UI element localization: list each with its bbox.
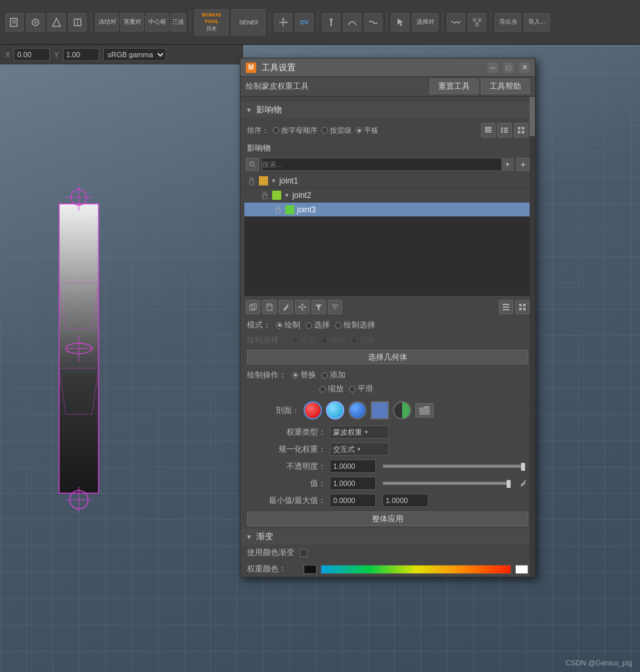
profile-folder-btn[interactable] (415, 403, 434, 418)
profile-soft-btn[interactable] (326, 401, 344, 420)
freeze-btn2[interactable]: 茎重对 (120, 13, 144, 32)
tool-btn-4[interactable] (68, 13, 87, 32)
svg-rect-50 (263, 195, 267, 199)
import-btn[interactable]: 导入... (524, 13, 550, 32)
min-input[interactable]: 0.0000 (330, 494, 376, 507)
tool-help-btn[interactable]: 工具帮助 (481, 79, 530, 94)
select-geo-btn[interactable]: 选择几何体 (247, 350, 528, 364)
freeze-btn[interactable]: 冻结对 (95, 13, 119, 32)
scrollbar-thumb[interactable] (530, 97, 535, 136)
color-gradient-bar[interactable] (321, 565, 511, 574)
value-pencil-icon[interactable] (518, 478, 528, 489)
sep5 (386, 12, 387, 33)
new-scene-btn[interactable] (5, 13, 24, 32)
paint-brush-btn[interactable] (279, 300, 293, 314)
three-btn[interactable]: 三连 (170, 13, 186, 32)
search-dropdown-btn[interactable]: ▾ (501, 158, 513, 170)
color-white-swatch[interactable] (515, 565, 528, 574)
select-tool-btn[interactable] (391, 13, 409, 32)
opacity-slider[interactable] (382, 464, 526, 468)
select-label-btn[interactable]: 选择对 (412, 13, 438, 32)
close-btn[interactable]: ✕ (519, 62, 530, 73)
tool-btn-3[interactable] (47, 13, 66, 32)
normalize-dropdown[interactable]: 交互式 ▾ (330, 443, 389, 456)
sene-btn[interactable]: SENEil (231, 9, 265, 36)
joint2-name: joint2 (292, 191, 311, 200)
3d-object (39, 164, 118, 546)
gradient-section-header[interactable]: ▼ 渐变 (240, 529, 535, 544)
joint2-row[interactable]: ▼ joint2 (244, 188, 531, 203)
profile-half-btn[interactable] (393, 401, 411, 420)
filter-btn[interactable] (311, 300, 326, 314)
gamma-select[interactable]: sRGB gamma (103, 48, 166, 61)
color-black-swatch[interactable] (304, 565, 317, 574)
svg-rect-34 (485, 127, 491, 129)
use-gradient-checkbox[interactable] (300, 549, 308, 557)
value-input[interactable]: 1.0000 (330, 477, 376, 490)
maximize-btn[interactable]: □ (503, 62, 514, 73)
sep4 (317, 12, 318, 33)
copy-btn[interactable] (246, 300, 260, 314)
x-input[interactable]: 0.00 (14, 48, 50, 61)
influence-section-header[interactable]: ▼ 影响物 (240, 102, 535, 118)
sort-flat-radio[interactable]: 平板 (355, 126, 378, 135)
dialog-titlebar: M 工具设置 ─ □ ✕ (240, 59, 535, 77)
weight-type-label: 权重类型： (247, 427, 326, 438)
profile-hard-btn[interactable] (348, 401, 367, 420)
paint-scale-radio[interactable]: 缩放 (319, 383, 344, 395)
mode-paint-select-radio[interactable]: 绘制选择 (335, 320, 375, 331)
filter2-btn[interactable] (328, 300, 342, 314)
profile-solid-btn[interactable] (304, 401, 322, 420)
mode-select-dot (306, 322, 312, 329)
bonus-tools-btn[interactable]: BONUS TOOL 历史 (194, 9, 229, 36)
sort-layer-radio[interactable]: 按层级 (321, 126, 352, 135)
list-icon1[interactable] (481, 123, 495, 137)
center-btn[interactable]: 中心枢 (145, 13, 169, 32)
svg-point-37 (501, 128, 503, 130)
minmax-row: 最小值/最大值： 0.0000 1.0000 (240, 492, 535, 509)
mode-select-radio[interactable]: 选择 (306, 320, 330, 331)
y-input[interactable]: 1.00 (63, 48, 99, 61)
opacity-handle[interactable] (521, 463, 525, 471)
sep2 (190, 12, 191, 33)
svg-marker-63 (315, 304, 322, 310)
list-icon3[interactable] (514, 123, 528, 137)
wave-btn[interactable] (447, 13, 465, 32)
list-view2-btn[interactable] (515, 300, 530, 314)
list-view1-btn[interactable] (499, 300, 513, 314)
mode-paint-radio[interactable]: 绘制 (276, 320, 300, 331)
list-icon2[interactable] (497, 123, 512, 137)
tool-btn-2[interactable] (26, 13, 45, 32)
profile-square-btn[interactable] (371, 401, 389, 420)
max-input[interactable]: 1.0000 (382, 494, 428, 507)
opacity-input[interactable]: 1.0000 (330, 460, 376, 473)
joint1-row[interactable]: ▼ joint1 (244, 174, 531, 188)
paint-add2-radio[interactable]: 添加 (321, 370, 346, 381)
export-btn[interactable]: 导出当 (495, 13, 521, 32)
curve2-btn[interactable] (364, 13, 382, 32)
search-icon-btn[interactable] (246, 158, 259, 171)
pin-btn[interactable] (322, 13, 340, 32)
value-handle[interactable] (507, 480, 511, 488)
normalize-label: 规一化权重： (247, 444, 326, 455)
search-input[interactable] (262, 160, 501, 168)
transform-btn[interactable] (274, 13, 292, 32)
sep7 (490, 12, 491, 33)
cv-btn[interactable]: CV (295, 13, 313, 32)
reset-tool-btn[interactable]: 重置工具 (430, 79, 478, 94)
node-btn[interactable] (295, 300, 309, 314)
sort-alpha-radio[interactable]: 按字母顺序 (273, 126, 317, 135)
value-slider[interactable] (382, 481, 511, 485)
add-influence-btn[interactable]: + (516, 158, 530, 171)
paint-smooth-radio[interactable]: 平滑 (349, 383, 373, 395)
joint3-row[interactable]: joint3 (244, 203, 531, 217)
curve1-btn[interactable] (343, 13, 361, 32)
apply-all-btn[interactable]: 整体应用 (247, 512, 528, 526)
paint-replace-radio[interactable]: 替换 (292, 370, 316, 381)
weight-type-dropdown[interactable]: 蒙皮权重 ▾ (330, 425, 389, 439)
rigging-btn[interactable] (468, 13, 486, 32)
joint1-expand: ▼ (271, 178, 277, 184)
paste-btn[interactable] (262, 300, 277, 314)
dialog-scrollbar[interactable] (530, 97, 535, 577)
minimize-btn[interactable]: ─ (488, 62, 498, 73)
